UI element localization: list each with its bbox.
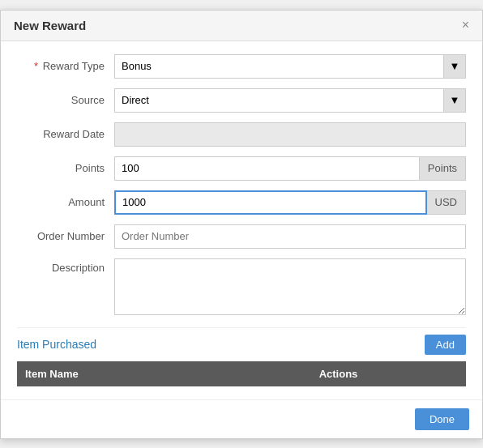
- source-select-wrapper: Direct Referral Campaign ▼: [114, 88, 466, 113]
- order-number-row: Order Number: [17, 224, 466, 249]
- source-control: Direct Referral Campaign ▼: [114, 88, 466, 113]
- new-reward-dialog: New Reward × * Reward Type Bonus Discoun…: [0, 10, 483, 439]
- done-button[interactable]: Done: [415, 408, 469, 430]
- amount-input-group: USD: [114, 190, 466, 215]
- column-actions: Actions: [311, 361, 466, 386]
- column-item-name: Item Name: [17, 361, 311, 386]
- description-control: [114, 258, 466, 318]
- dialog-header: New Reward ×: [1, 11, 482, 41]
- dialog-title: New Reward: [14, 19, 86, 32]
- points-addon: Points: [420, 156, 466, 181]
- amount-row: Amount USD: [17, 190, 466, 215]
- reward-type-select-wrapper: Bonus Discount Gift ▼: [114, 54, 466, 79]
- order-number-input[interactable]: [114, 224, 466, 249]
- required-indicator: *: [34, 60, 38, 72]
- order-number-label: Order Number: [17, 230, 114, 242]
- reward-date-row: Reward Date: [17, 122, 466, 147]
- amount-control: USD: [114, 190, 466, 215]
- description-textarea[interactable]: [114, 258, 466, 315]
- description-row: Description: [17, 258, 466, 318]
- item-table-header: Item Name Actions: [17, 361, 466, 386]
- dialog-footer: Done: [1, 399, 482, 438]
- amount-label: Amount: [17, 196, 114, 208]
- points-input[interactable]: [114, 156, 420, 181]
- description-label: Description: [17, 258, 114, 274]
- points-input-group: Points: [114, 156, 466, 181]
- points-control: Points: [114, 156, 466, 181]
- reward-type-row: * Reward Type Bonus Discount Gift ▼: [17, 54, 466, 79]
- reward-date-control: [114, 122, 466, 147]
- source-label: Source: [17, 94, 114, 106]
- reward-date-input[interactable]: [114, 122, 466, 147]
- item-purchased-title: Item Purchased: [17, 338, 96, 351]
- points-label: Points: [17, 162, 114, 174]
- item-purchased-section-header: Item Purchased Add: [17, 327, 466, 361]
- source-select[interactable]: Direct Referral Campaign: [114, 88, 466, 113]
- points-row: Points Points: [17, 156, 466, 181]
- source-row: Source Direct Referral Campaign ▼: [17, 88, 466, 113]
- order-number-control: [114, 224, 466, 249]
- reward-type-select[interactable]: Bonus Discount Gift: [114, 54, 466, 79]
- reward-type-label: * Reward Type: [17, 60, 114, 72]
- add-item-button[interactable]: Add: [425, 335, 466, 355]
- dialog-body: * Reward Type Bonus Discount Gift ▼ Sour…: [1, 41, 482, 399]
- amount-input[interactable]: [114, 190, 427, 215]
- reward-type-control: Bonus Discount Gift ▼: [114, 54, 466, 79]
- close-button[interactable]: ×: [462, 19, 469, 32]
- amount-addon: USD: [427, 190, 466, 215]
- reward-date-label: Reward Date: [17, 128, 114, 140]
